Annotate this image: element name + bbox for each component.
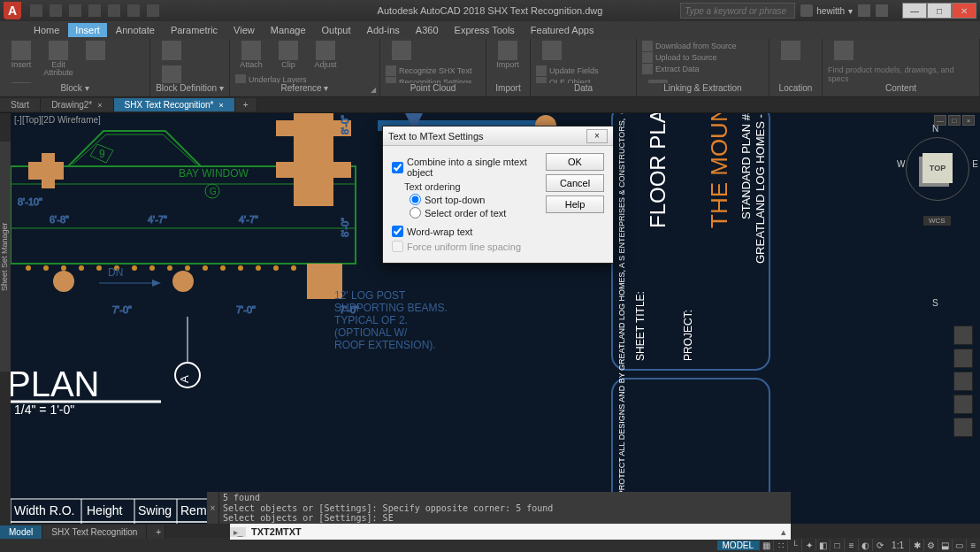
pan-icon[interactable] [953, 349, 973, 368]
create-block-button[interactable] [80, 41, 111, 60]
navigation-bar[interactable] [953, 326, 973, 437]
edit-attribute-button[interactable]: Edit Attribute [42, 41, 74, 77]
panel-pointcloud-title[interactable]: Point Cloud [386, 83, 480, 95]
anno-visibility-icon[interactable]: ✱ [909, 539, 923, 551]
reference-launcher-icon[interactable]: ◢ [371, 86, 376, 94]
panel-content-title[interactable]: Content [828, 83, 974, 95]
help-icon[interactable] [876, 4, 888, 17]
ok-button[interactable]: OK [546, 153, 604, 171]
ortho-icon[interactable]: └ [787, 539, 801, 551]
layout-shx[interactable]: SHX Text Recognition [42, 525, 147, 539]
close-button[interactable]: ✕ [952, 3, 976, 19]
anno-scale[interactable]: 1:1 [886, 540, 909, 550]
qat-redo-icon[interactable] [147, 4, 159, 17]
quick-access-toolbar[interactable] [30, 4, 159, 17]
block-def-button-2[interactable] [156, 65, 188, 83]
tab-express-tools[interactable]: Express Tools [448, 23, 522, 37]
panel-reference-title[interactable]: Reference ▾ [235, 83, 374, 95]
zoom-extents-icon[interactable] [953, 372, 973, 391]
transparency-icon[interactable]: ◐ [858, 539, 872, 551]
tab-addins[interactable]: Add-ins [360, 23, 407, 37]
select-order-radio-input[interactable] [410, 207, 421, 218]
wordwrap-checkbox-input[interactable] [392, 226, 403, 237]
maximize-button[interactable]: □ [927, 3, 952, 19]
wordwrap-checkbox[interactable]: Word-wrap text [392, 226, 546, 237]
insert-block-button[interactable]: Insert [5, 41, 37, 69]
set-location-button[interactable] [775, 41, 807, 60]
tab-featured-apps[interactable]: Featured Apps [524, 23, 601, 37]
adjust-button[interactable]: Adjust [310, 41, 341, 69]
cancel-button[interactable]: Cancel [546, 174, 604, 192]
grid-icon[interactable]: ▦ [759, 539, 773, 551]
layout-add-button[interactable]: + [147, 525, 165, 539]
orbit-icon[interactable] [953, 395, 973, 414]
qat-undo-icon[interactable] [127, 4, 140, 17]
update-fields-button[interactable]: Update Fields [536, 65, 599, 76]
qat-save-icon[interactable] [69, 4, 81, 17]
field-button[interactable] [536, 41, 568, 60]
showmotion-icon[interactable] [953, 418, 973, 437]
close-icon[interactable]: × [219, 101, 224, 110]
clip-button[interactable]: Clip [272, 41, 304, 69]
combine-checkbox[interactable]: Combine into a single mtext object [392, 157, 546, 178]
doc-close-button[interactable]: × [962, 115, 975, 126]
command-input[interactable]: TXT2MTXT [246, 526, 777, 537]
panel-linking-title[interactable]: Linking & Extraction [642, 83, 763, 95]
combine-checkbox-input[interactable] [392, 162, 403, 173]
recognize-shx-button[interactable]: Recognize SHX Text [386, 65, 472, 76]
block-def-button-1[interactable] [156, 41, 188, 60]
qat-plot-icon[interactable] [108, 4, 120, 17]
sort-top-down-radio[interactable]: Sort top-down [410, 194, 546, 205]
dialog-title-bar[interactable]: Text to MText Settings × [383, 126, 613, 146]
exchange-icon[interactable] [858, 4, 870, 17]
help-button[interactable]: Help [546, 196, 604, 213]
tab-annotate[interactable]: Annotate [109, 23, 162, 37]
workspace-icon[interactable]: ⚙ [923, 539, 938, 551]
tab-home[interactable]: Home [27, 23, 66, 37]
attach-button[interactable]: Attach [235, 41, 267, 69]
extract-data-button[interactable]: Extract Data [642, 64, 737, 74]
tab-view[interactable]: View [226, 23, 262, 37]
tab-manage[interactable]: Manage [264, 23, 313, 37]
doctab-new-button[interactable]: + [235, 98, 257, 111]
upload-source-button[interactable]: Upload to Source [642, 52, 737, 63]
clean-screen-icon[interactable]: ▭ [952, 539, 966, 551]
qat-open-icon[interactable] [50, 4, 62, 17]
hardware-accel-icon[interactable]: ⬓ [938, 539, 952, 551]
sheet-set-manager-palette[interactable]: Sheet Set Manager [0, 142, 11, 372]
ole-object-button[interactable]: OLE Object [536, 77, 599, 83]
import-button[interactable]: Import [492, 41, 524, 69]
panel-location-title[interactable]: Location [775, 83, 816, 95]
close-icon[interactable]: × [97, 101, 102, 110]
panel-blockdef-title[interactable]: Block Definition ▾ [156, 83, 224, 95]
pdf-import-button[interactable] [386, 41, 417, 60]
minimize-button[interactable]: — [902, 3, 927, 19]
help-search-input[interactable] [680, 3, 795, 19]
navcube-face[interactable]: TOP [923, 153, 953, 183]
viewport-label[interactable]: [-][Top][2D Wireframe] [14, 115, 101, 125]
doc-restore-button[interactable]: □ [948, 115, 961, 126]
steering-wheel-icon[interactable] [953, 326, 973, 345]
tab-parametric[interactable]: Parametric [164, 23, 225, 37]
panel-block-title[interactable]: Block ▾ [5, 83, 144, 95]
tab-output[interactable]: Output [315, 23, 358, 37]
dialog-close-button[interactable]: × [586, 129, 608, 143]
user-menu[interactable]: hewitth ▾ [800, 4, 853, 17]
recognition-settings-button[interactable]: Recognition Settings [386, 77, 472, 83]
download-source-button[interactable]: Download from Source [642, 41, 737, 51]
navcube[interactable]: N S E W TOP WCS [902, 124, 973, 301]
sort-radio-input[interactable] [410, 194, 421, 205]
lineweight-icon[interactable]: ≡ [844, 539, 858, 551]
command-menu-icon[interactable]: ▴ [777, 526, 791, 538]
polar-icon[interactable]: ✦ [801, 539, 815, 551]
doctab-shx[interactable]: SHX Text Recognition*× [114, 98, 235, 111]
customize-icon[interactable]: ≡ [966, 539, 980, 551]
content-search-icon[interactable] [828, 41, 860, 60]
qat-saveas-icon[interactable] [88, 4, 101, 17]
qat-new-icon[interactable] [30, 4, 42, 17]
snap-icon[interactable]: ∷ [773, 539, 787, 551]
doctab-start[interactable]: Start [0, 98, 41, 111]
osnap-icon[interactable]: □ [830, 539, 844, 551]
status-model[interactable]: MODEL [717, 540, 760, 550]
panel-data-title[interactable]: Data [536, 83, 631, 95]
